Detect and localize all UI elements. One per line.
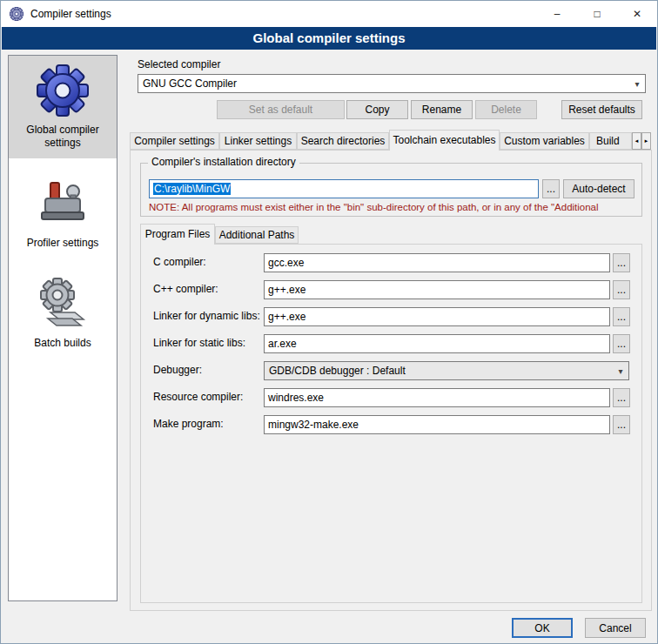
- make-program-input[interactable]: mingw32-make.exe: [264, 415, 610, 434]
- tab-build[interactable]: Build: [589, 132, 632, 150]
- minimize-button[interactable]: –: [537, 1, 577, 27]
- installation-directory-group-title: Compiler's installation directory: [148, 156, 299, 168]
- resource-compiler-browse-button[interactable]: ...: [613, 388, 630, 407]
- resource-compiler-label: Resource compiler:: [153, 391, 243, 403]
- tab-toolchain-executables[interactable]: Toolchain executables: [389, 130, 500, 151]
- sidebar-item-global-compiler-settings[interactable]: Global compiler settings: [9, 56, 117, 158]
- subtab-additional-paths[interactable]: Additional Paths: [215, 226, 299, 244]
- cpp-compiler-label: C++ compiler:: [153, 283, 218, 295]
- copy-button[interactable]: Copy: [346, 100, 408, 119]
- static-libs-linker-value: ar.exe: [268, 338, 297, 350]
- make-program-browse-button[interactable]: ...: [613, 415, 630, 434]
- c-compiler-value: gcc.exe: [268, 257, 304, 269]
- reset-defaults-button[interactable]: Reset defaults: [561, 100, 642, 119]
- sidebar-item-label: Batch builds: [34, 337, 91, 350]
- resource-compiler-input[interactable]: windres.exe: [264, 388, 610, 407]
- tab-linker-settings[interactable]: Linker settings: [219, 132, 297, 150]
- rename-button[interactable]: Rename: [411, 100, 473, 119]
- dynamic-libs-linker-browse-button[interactable]: ...: [613, 307, 630, 326]
- tab-compiler-settings[interactable]: Compiler settings: [130, 132, 219, 150]
- dynamic-libs-linker-value: g++.exe: [268, 311, 306, 323]
- sidebar-item-profiler-settings[interactable]: Profiler settings: [9, 169, 117, 258]
- c-compiler-browse-button[interactable]: ...: [613, 253, 630, 272]
- cancel-button[interactable]: Cancel: [585, 618, 646, 638]
- make-program-value: mingw32-make.exe: [268, 419, 359, 431]
- selected-compiler-value: GNU GCC Compiler: [143, 77, 629, 90]
- resource-compiler-value: windres.exe: [268, 392, 324, 404]
- static-libs-linker-browse-button[interactable]: ...: [613, 334, 630, 353]
- dialog-banner: Global compiler settings: [2, 27, 656, 50]
- sidebar-item-label: Profiler settings: [27, 237, 99, 250]
- set-as-default-button[interactable]: Set as default: [217, 100, 345, 119]
- cpp-compiler-browse-button[interactable]: ...: [613, 280, 630, 299]
- debugger-value: GDB/CDB debugger : Default: [269, 365, 613, 377]
- profiler-icon: [35, 176, 91, 231]
- settings-sidebar: Global compiler settings Profiler settin…: [8, 55, 118, 601]
- chevron-down-icon: ▾: [613, 366, 628, 376]
- selected-compiler-dropdown[interactable]: GNU GCC Compiler ▾: [138, 74, 646, 93]
- tab-scroll-right-button[interactable]: ►: [641, 132, 651, 150]
- maximize-button[interactable]: □: [577, 1, 617, 27]
- debugger-dropdown[interactable]: GDB/CDB debugger : Default ▾: [264, 361, 629, 380]
- c-compiler-input[interactable]: gcc.exe: [264, 253, 610, 272]
- batch-builds-icon: [35, 276, 91, 332]
- debugger-label: Debugger:: [153, 364, 202, 376]
- cpp-compiler-value: g++.exe: [268, 284, 306, 296]
- ok-button[interactable]: OK: [512, 618, 573, 638]
- subtab-program-files[interactable]: Program Files: [140, 224, 215, 245]
- static-libs-linker-label: Linker for static libs:: [153, 337, 245, 349]
- delete-button[interactable]: Delete: [475, 100, 537, 119]
- auto-detect-button[interactable]: Auto-detect: [563, 179, 634, 198]
- tab-custom-variables[interactable]: Custom variables: [500, 132, 589, 150]
- browse-directory-button[interactable]: ...: [542, 179, 560, 198]
- tab-search-directories[interactable]: Search directories: [297, 132, 389, 150]
- selected-compiler-label: Selected compiler: [138, 58, 220, 70]
- dynamic-libs-linker-label: Linker for dynamic libs:: [153, 310, 260, 322]
- window-title: Compiler settings: [30, 8, 111, 20]
- dynamic-libs-linker-input[interactable]: g++.exe: [264, 307, 610, 326]
- installation-directory-input[interactable]: C:\raylib\MinGW: [149, 179, 539, 198]
- installation-directory-value: C:\raylib\MinGW: [153, 183, 231, 195]
- close-button[interactable]: ✕: [617, 1, 657, 27]
- chevron-down-icon: ▾: [629, 79, 645, 89]
- static-libs-linker-input[interactable]: ar.exe: [264, 334, 610, 353]
- sidebar-item-batch-builds[interactable]: Batch builds: [9, 269, 117, 359]
- note-text: NOTE: All programs must exist either in …: [149, 202, 642, 212]
- sidebar-item-label: Global compiler settings: [10, 124, 115, 150]
- cpp-compiler-input[interactable]: g++.exe: [264, 280, 610, 299]
- make-program-label: Make program:: [153, 418, 224, 430]
- compiler-settings-window: Compiler settings – □ ✕ Global compiler …: [0, 0, 658, 644]
- tab-scroll-left-button[interactable]: ◄: [632, 132, 641, 150]
- title-bar: Compiler settings – □ ✕: [1, 1, 657, 27]
- app-icon: [10, 7, 24, 21]
- compiler-gear-icon: [35, 63, 91, 118]
- c-compiler-label: C compiler:: [153, 256, 206, 268]
